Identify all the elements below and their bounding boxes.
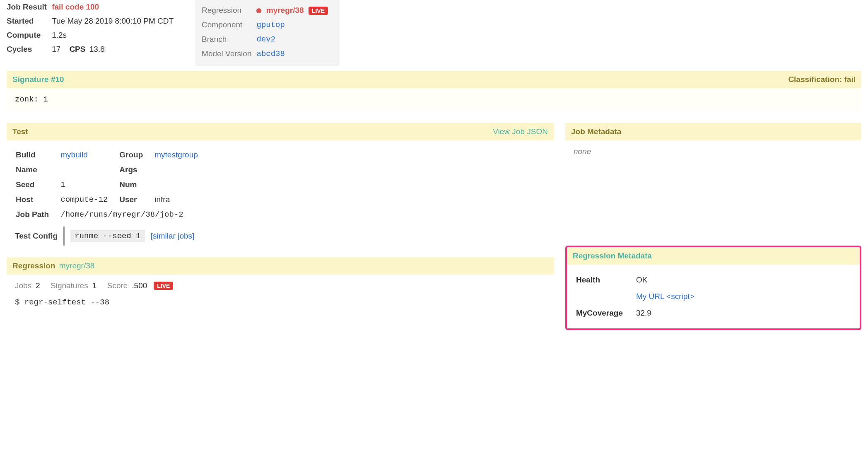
classification-label: Classification: fail xyxy=(788,75,856,84)
args-label: Args xyxy=(119,163,154,177)
score-label: Score xyxy=(107,281,128,290)
view-job-json-link[interactable]: View Job JSON xyxy=(493,127,548,136)
coverage-value: 32.9 xyxy=(636,305,707,321)
build-label: Build xyxy=(16,148,60,162)
jobpath-label: Job Path xyxy=(16,207,60,222)
user-label: User xyxy=(119,193,154,207)
health-label: Health xyxy=(576,272,635,288)
cps-label: CPS xyxy=(69,45,85,53)
group-link[interactable]: mytestgroup xyxy=(154,150,198,159)
signature-title-link[interactable]: Signature #10 xyxy=(12,75,64,84)
jobs-value: 2 xyxy=(36,281,40,290)
test-config-label: Test Config xyxy=(15,232,58,241)
job-result-label: Job Result xyxy=(7,0,52,14)
job-result-value: fail code 100 xyxy=(52,0,178,14)
health-value: OK xyxy=(636,272,707,288)
test-config-row: Test Config runme --seed 1 [similar jobs… xyxy=(15,227,545,246)
signatures-value: 1 xyxy=(92,281,97,290)
similar-jobs-link[interactable]: [similar jobs] xyxy=(151,232,195,241)
group-label: Group xyxy=(119,148,154,162)
cycles-label: Cycles xyxy=(7,42,52,56)
my-url-link[interactable]: My URL <script> xyxy=(636,292,694,301)
jobs-label: Jobs xyxy=(15,281,31,290)
host-label: Host xyxy=(16,193,60,207)
job-metadata-header: Job Metadata xyxy=(571,127,621,136)
started-value: Tue May 28 2019 8:00:10 PM CDT xyxy=(52,14,178,28)
divider-bar xyxy=(63,227,65,246)
regression-link[interactable]: myregr/38 xyxy=(266,6,304,14)
name-label: Name xyxy=(16,163,60,177)
build-link[interactable]: mybuild xyxy=(60,150,87,159)
host-value: compute-12 xyxy=(60,193,118,207)
branch-link[interactable]: dev2 xyxy=(256,35,275,44)
regression-metadata-table: Health OK My URL <script> MyCoverage 32.… xyxy=(575,271,708,322)
compute-value: 1.2s xyxy=(52,28,178,42)
coverage-label: MyCoverage xyxy=(576,305,635,321)
regression-cmd: $ regr-selftest --38 xyxy=(15,298,545,307)
signatures-label: Signatures xyxy=(51,281,88,290)
job-metadata-none: none xyxy=(574,147,591,156)
started-label: Started xyxy=(7,14,52,28)
test-panel: Test View Job JSON Build mybuild Group m… xyxy=(7,123,554,252)
cycles-value: 17 xyxy=(52,45,60,53)
regression-metadata-header[interactable]: Regression Metadata xyxy=(573,251,652,261)
signature-panel: Signature #10 Classification: fail zonk:… xyxy=(7,71,861,111)
seed-value: 1 xyxy=(60,178,118,192)
live-badge: LIVE xyxy=(309,7,328,15)
test-header: Test xyxy=(12,127,28,136)
compute-label: Compute xyxy=(7,28,52,42)
component-link[interactable]: gputop xyxy=(256,20,285,29)
regression-live-badge: LIVE xyxy=(154,282,173,290)
job-summary-table: Job Result fail code 100 Started Tue May… xyxy=(7,0,178,56)
cycles-cps-cell: 17 CPS 13.8 xyxy=(52,42,178,56)
num-label: Num xyxy=(119,178,154,192)
regression-metadata-highlight: Regression Metadata Health OK My URL <sc… xyxy=(565,246,861,330)
regression-label: Regression xyxy=(202,3,256,17)
score-value: .500 xyxy=(132,281,147,290)
regression-info-box: Regression myregr/38 LIVE Component gput… xyxy=(195,0,340,66)
user-value: infra xyxy=(154,193,209,207)
signature-body: zonk: 1 xyxy=(7,88,861,111)
branch-label: Branch xyxy=(202,32,256,46)
model-version-link[interactable]: abcd38 xyxy=(256,49,285,58)
top-summary: Job Result fail code 100 Started Tue May… xyxy=(7,0,861,66)
cps-value: 13.8 xyxy=(89,45,105,53)
test-config-cmd: runme --seed 1 xyxy=(70,230,145,242)
job-metadata-panel: Job Metadata none xyxy=(565,123,861,163)
seed-label: Seed xyxy=(16,178,60,192)
regression-meta-row: Jobs 2 Signatures 1 Score .500 LIVE xyxy=(15,281,545,290)
model-version-label: Model Version xyxy=(202,46,256,61)
status-dot-icon xyxy=(256,8,261,13)
regression-header-link[interactable]: myregr/38 xyxy=(59,261,95,270)
jobpath-value: /home/runs/myregr/38/job-2 xyxy=(60,207,209,222)
regression-header-label: Regression xyxy=(12,261,55,270)
regression-panel: Regression myregr/38 Jobs 2 Signatures 1… xyxy=(7,257,554,314)
test-details-table: Build mybuild Group mytestgroup Name Arg… xyxy=(15,147,210,222)
component-label: Component xyxy=(202,17,256,32)
